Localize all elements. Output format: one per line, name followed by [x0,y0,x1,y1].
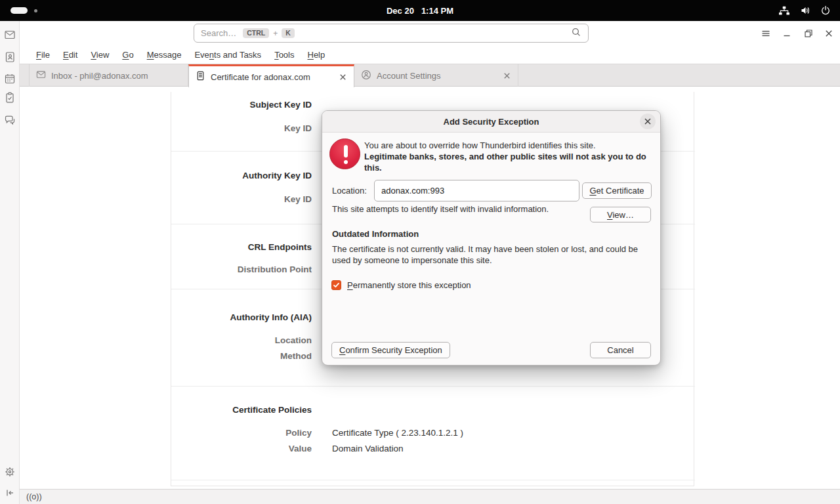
menu-message[interactable]: Message [140,47,188,62]
field-value: Domain Validation [332,444,404,454]
app-menu-hamburger-icon[interactable] [757,25,774,42]
menu-events-and-tasks[interactable]: Events and Tasks [188,47,268,62]
unified-toolbar: Search… CTRL + K [20,21,840,45]
tab-inbox[interactable]: Inbox - phil@adonax.com [29,64,188,87]
k-key-badge: K [282,28,295,38]
field-label: Distribution Point [171,264,312,275]
field-label: Key ID [171,123,312,134]
settings-gear-icon[interactable] [4,466,16,478]
close-tab-icon[interactable] [339,73,347,81]
status-indicator: ((o)) [26,492,42,501]
tab-certificate[interactable]: Certificate for adonax.com [188,64,354,87]
outdated-information-body: The certificate is not currently valid. … [332,243,652,266]
section-title: Certificate Policies [171,405,312,415]
minimize-window-icon[interactable] [778,25,795,42]
section-divider [171,480,695,480]
restore-window-icon[interactable] [800,25,817,42]
outdated-information-title: Outdated Information [332,229,419,239]
add-security-exception-dialog: Add Security Exception You are about to … [322,110,661,366]
clock-time: 1:14 PM [421,6,453,16]
tab-label: Account Settings [377,71,497,81]
tab-account-settings[interactable]: Account Settings [354,64,518,87]
chat-space-icon[interactable] [4,114,16,126]
system-top-bar: Dec 20 1:14 PM [0,0,840,21]
confirm-security-exception-button[interactable]: Confirm Security Exception [331,342,450,358]
dialog-titlebar[interactable]: Add Security Exception [322,111,660,133]
status-bar: ((o)) [20,489,840,504]
search-input[interactable]: Search… CTRL + K [194,24,589,43]
section-title: Authority Key ID [171,171,312,181]
clock-date: Dec 20 [387,6,414,16]
intro-line1: You are about to override how Thunderbir… [364,140,658,151]
field-label: Key ID [171,194,312,205]
tasks-space-icon[interactable] [4,92,16,104]
account-settings-icon [361,70,371,82]
cancel-button[interactable]: Cancel [590,342,651,358]
network-icon[interactable] [778,6,790,16]
mail-space-icon[interactable] [4,29,16,41]
menu-view[interactable]: View [84,47,116,62]
plus-sign: + [273,29,278,38]
tab-label: Inbox - phil@adonax.com [51,71,181,81]
ctrl-key-badge: CTRL [243,28,269,38]
calendar-space-icon[interactable] [4,73,16,85]
field-label: Policy [171,428,312,438]
location-label: Location: [332,186,367,196]
address-book-space-icon[interactable] [4,51,16,63]
view-button[interactable]: View… [590,207,651,222]
section-divider [171,386,695,387]
thunderbird-window: Dec 20 1:14 PM [0,0,840,504]
get-certificate-button[interactable]: Get Certificate [582,182,652,199]
close-window-icon[interactable] [820,25,837,42]
intro-line2: Legitimate banks, stores, and other publ… [364,151,658,173]
search-placeholder: Search… [201,28,236,38]
dialog-title: Add Security Exception [444,117,539,127]
spaces-toolbar [0,21,20,504]
checkbox-label: Permanently store this exception [347,280,471,290]
menu-bar: File Edit View Go Message Events and Tas… [20,45,840,64]
section-title: Subject Key ID [171,100,312,110]
field-value: Certificate Type ( 2.23.140.1.2.1 ) [332,428,463,438]
section-title: CRL Endpoints [171,242,312,253]
invalid-info-text: This site attempts to identify itself wi… [332,203,558,215]
menu-tools[interactable]: Tools [268,47,301,62]
menu-edit[interactable]: Edit [56,47,84,62]
tab-bar: Inbox - phil@adonax.com Certificate for … [20,64,840,87]
section-title: Authority Info (AIA) [171,312,312,323]
dialog-intro-text: You are about to override how Thunderbir… [364,140,658,173]
clock[interactable]: Dec 20 1:14 PM [0,0,840,21]
inbox-mail-icon [36,70,46,81]
location-field[interactable] [374,180,579,201]
checkbox-checked-icon[interactable] [331,280,341,290]
certificate-document-icon [196,71,205,83]
collapse-spaces-icon[interactable] [4,487,16,499]
dialog-close-icon[interactable] [640,114,656,129]
menu-file[interactable]: File [30,47,56,62]
power-icon[interactable] [820,5,831,16]
close-tab-icon[interactable] [503,72,511,80]
warning-icon [329,138,360,169]
menu-help[interactable]: Help [301,47,331,62]
field-label: Value [171,444,312,454]
volume-icon[interactable] [800,5,810,16]
permanently-store-checkbox-row[interactable]: Permanently store this exception [331,280,471,290]
search-icon [571,27,581,40]
menu-go[interactable]: Go [116,47,140,62]
field-label: Location [171,335,312,346]
field-label: Method [171,351,312,362]
tab-label: Certificate for adonax.com [211,72,333,82]
